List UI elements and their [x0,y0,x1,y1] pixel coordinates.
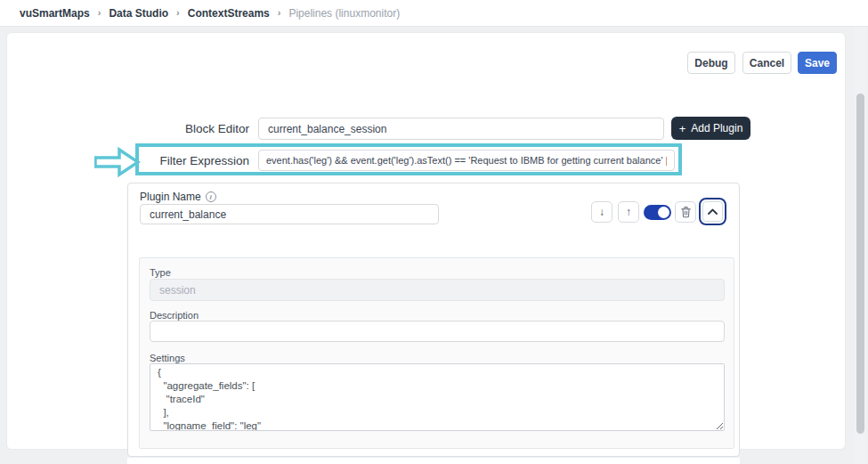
plugin-card: Plugin Name i ↓ ↑ Type Description Setti… [127,183,740,457]
filter-expression-label: Filter Expression [125,154,249,167]
toggle-knob [658,207,669,218]
breadcrumb-separator-icon: › [98,7,101,18]
chevron-up-icon [708,208,718,216]
breadcrumb-separator-icon: › [278,7,281,18]
settings-textarea[interactable]: { "aggregate_fields": [ "traceId" ], "lo… [150,363,725,431]
delete-plugin-button[interactable] [675,201,696,223]
page-scrollbar-thumb[interactable] [856,94,864,434]
collapse-plugin-button[interactable] [702,201,723,222]
block-editor-input[interactable] [258,118,664,140]
breadcrumb: vuSmartMaps › Data Studio › ContextStrea… [20,7,400,20]
move-plugin-down-button[interactable]: ↓ [591,201,612,223]
breadcrumb-item-vusmartmaps[interactable]: vuSmartMaps [20,7,90,20]
plugin-name-label: Plugin Name i [140,191,216,203]
settings-label: Settings [150,353,185,363]
save-button[interactable]: Save [798,52,837,74]
breadcrumb-item-data-studio[interactable]: Data Studio [109,7,168,20]
breadcrumb-item-contextstreams[interactable]: ContextStreams [188,7,270,20]
trash-icon [680,206,692,218]
cancel-button[interactable]: Cancel [742,52,791,74]
next-plugin-card-edge [127,458,740,464]
arrow-up-icon: ↑ [626,206,631,218]
breadcrumb-separator-icon: › [176,7,180,18]
plugin-settings-panel: Type Description Settings { "aggregate_f… [139,257,734,449]
block-editor-label: Block Editor [125,122,249,135]
debug-button[interactable]: Debug [687,52,735,74]
description-input[interactable] [150,321,725,342]
move-plugin-up-button[interactable]: ↑ [618,201,639,223]
filter-expression-input[interactable] [258,150,675,171]
add-plugin-label: Add Plugin [691,122,742,134]
top-bar: vuSmartMaps › Data Studio › ContextStrea… [0,0,868,27]
type-input [150,279,725,301]
add-plugin-button[interactable]: + Add Plugin [671,117,750,140]
type-label: Type [150,267,171,278]
breadcrumb-item-pipelines: Pipelines (linuxmonitor) [288,7,400,20]
arrow-down-icon: ↓ [599,206,604,218]
description-label: Description [150,310,199,321]
plugin-name-label-text: Plugin Name [140,191,201,203]
plugin-enabled-toggle[interactable] [644,205,671,220]
info-icon[interactable]: i [206,191,216,202]
collapse-button-focus-ring [699,198,726,225]
plugin-name-input[interactable] [140,204,439,224]
plus-icon: + [679,121,686,134]
